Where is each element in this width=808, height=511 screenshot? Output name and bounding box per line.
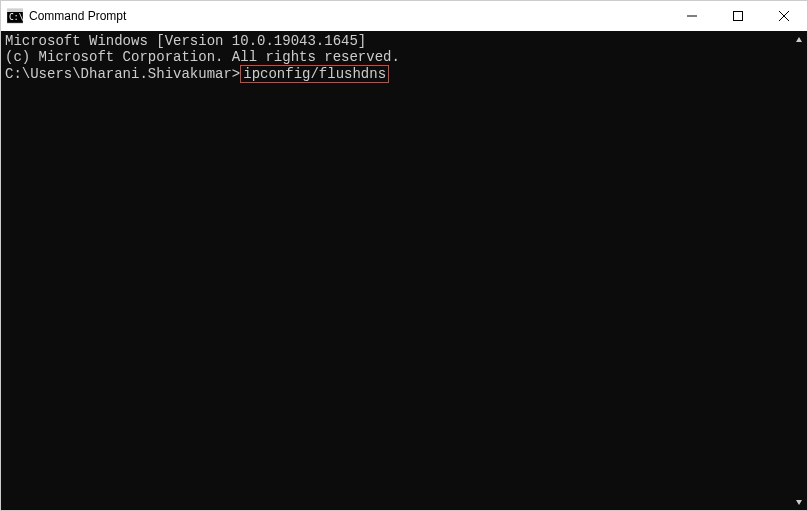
svg-rect-4 (734, 12, 743, 21)
svg-marker-8 (796, 500, 802, 505)
terminal-output[interactable]: Microsoft Windows [Version 10.0.19043.16… (1, 31, 790, 510)
scroll-down-arrow-icon[interactable] (790, 493, 807, 510)
typed-command: ipconfig/flushdns (243, 66, 386, 82)
command-prompt-window: C:\ Command Prompt Microsoft Windows [Ve… (0, 0, 808, 511)
minimize-button[interactable] (669, 1, 715, 31)
app-icon: C:\ (7, 8, 23, 24)
client-area: Microsoft Windows [Version 10.0.19043.16… (1, 31, 807, 510)
vertical-scrollbar[interactable] (790, 31, 807, 510)
svg-marker-7 (796, 37, 802, 42)
window-title: Command Prompt (29, 9, 126, 23)
prompt-path: C:\Users\Dharani.Shivakumar> (5, 66, 240, 82)
scroll-up-arrow-icon[interactable] (790, 31, 807, 48)
window-controls (669, 1, 807, 31)
svg-text:C:\: C:\ (9, 13, 23, 22)
maximize-button[interactable] (715, 1, 761, 31)
title-bar[interactable]: C:\ Command Prompt (1, 1, 807, 31)
copyright-line: (c) Microsoft Corporation. All rights re… (5, 49, 786, 65)
command-highlight: ipconfig/flushdns (240, 65, 389, 83)
svg-rect-1 (7, 9, 23, 12)
scroll-thumb[interactable] (791, 48, 806, 88)
version-line: Microsoft Windows [Version 10.0.19043.16… (5, 33, 786, 49)
prompt-line: C:\Users\Dharani.Shivakumar>ipconfig/flu… (5, 65, 786, 83)
close-button[interactable] (761, 1, 807, 31)
